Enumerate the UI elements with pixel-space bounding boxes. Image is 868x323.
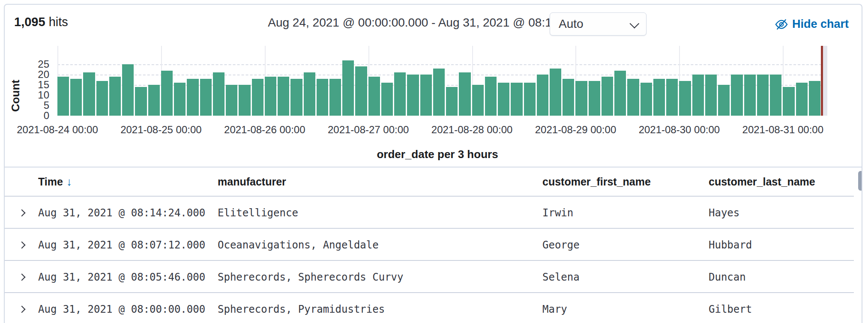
- current-time-marker: [821, 46, 823, 116]
- histogram-bar[interactable]: [70, 79, 82, 116]
- histogram-bar[interactable]: [485, 77, 497, 116]
- histogram-bar[interactable]: [653, 79, 665, 116]
- table-row: Aug 31, 2021 @ 08:00:00.000Spherecords, …: [5, 292, 854, 323]
- histogram-bar[interactable]: [57, 77, 69, 116]
- y-axis-title: Count: [7, 66, 24, 126]
- histogram-bar[interactable]: [627, 79, 639, 116]
- histogram-bar[interactable]: [161, 71, 173, 116]
- histogram-bar[interactable]: [420, 75, 432, 116]
- histogram-bar[interactable]: [83, 72, 95, 116]
- histogram-bar[interactable]: [226, 85, 237, 116]
- histogram-bar[interactable]: [96, 81, 108, 116]
- hide-chart-button[interactable]: Hide chart: [775, 18, 849, 31]
- cell-customer-first-name: Irwin: [542, 207, 573, 219]
- histogram-bar[interactable]: [575, 81, 587, 116]
- histogram-chart[interactable]: Count order_date per 3 hours 05101520252…: [5, 40, 862, 167]
- histogram-bar[interactable]: [589, 81, 600, 116]
- column-header-manufacturer[interactable]: manufacturer: [218, 176, 286, 188]
- histogram-bar[interactable]: [666, 79, 678, 116]
- column-header-customer-last-name[interactable]: customer_last_name: [709, 176, 815, 188]
- cell-manufacturer: Elitelligence: [218, 207, 298, 219]
- histogram-bar[interactable]: [472, 85, 484, 116]
- histogram-bar[interactable]: [511, 83, 522, 116]
- histogram-bar[interactable]: [290, 79, 302, 116]
- x-axis-tick-label: 2021-08-30 00:00: [639, 124, 720, 136]
- gridline-horizontal: [57, 64, 822, 65]
- cell-time: Aug 31, 2021 @ 08:05:46.000: [38, 271, 205, 283]
- histogram-bar[interactable]: [109, 77, 121, 116]
- histogram-bar[interactable]: [679, 81, 691, 116]
- histogram-bar[interactable]: [239, 85, 250, 116]
- histogram-bar[interactable]: [692, 75, 704, 116]
- expand-row-button[interactable]: [18, 208, 27, 218]
- out-of-range-band: [823, 46, 827, 116]
- histogram-bar[interactable]: [407, 75, 419, 116]
- histogram-bar[interactable]: [342, 60, 354, 116]
- vertical-scrollbar[interactable]: [858, 171, 862, 191]
- histogram-bar[interactable]: [809, 81, 820, 116]
- documents-table: Time↓ manufacturer customer_first_name c…: [5, 167, 862, 323]
- expand-row-button[interactable]: [18, 240, 27, 250]
- histogram-bar[interactable]: [744, 75, 756, 116]
- histogram-bar[interactable]: [252, 79, 263, 116]
- column-header-time[interactable]: Time↓: [38, 175, 72, 188]
- chevron-down-icon: [630, 19, 640, 29]
- histogram-bar[interactable]: [278, 77, 289, 116]
- histogram-bar[interactable]: [757, 75, 769, 116]
- cell-customer-last-name: Hayes: [709, 207, 739, 219]
- histogram-bar[interactable]: [641, 83, 652, 116]
- histogram-bar[interactable]: [135, 87, 147, 116]
- histogram-bar[interactable]: [329, 79, 341, 116]
- histogram-bar[interactable]: [368, 77, 380, 116]
- histogram-bar[interactable]: [187, 79, 198, 116]
- x-axis-tick-label: 2021-08-29 00:00: [535, 124, 617, 136]
- expand-row-button[interactable]: [18, 305, 27, 314]
- chevron-right-icon: [18, 241, 26, 248]
- histogram-bar[interactable]: [498, 83, 509, 116]
- histogram-bar[interactable]: [433, 69, 445, 116]
- x-axis-tick-label: 2021-08-27 00:00: [328, 124, 409, 136]
- histogram-bar[interactable]: [200, 79, 212, 116]
- histogram-bar[interactable]: [718, 85, 730, 116]
- histogram-bar[interactable]: [770, 75, 781, 116]
- histogram-bar[interactable]: [705, 75, 717, 116]
- histogram-bar[interactable]: [602, 77, 613, 116]
- y-axis-tick-label: 25: [23, 58, 49, 70]
- histogram-bar[interactable]: [317, 79, 328, 116]
- chevron-right-icon: [18, 305, 26, 313]
- chevron-right-icon: [18, 209, 26, 216]
- cell-time: Aug 31, 2021 @ 08:00:00.000: [38, 303, 205, 315]
- interval-selected-value: Auto: [559, 17, 584, 31]
- histogram-bar[interactable]: [355, 66, 367, 116]
- histogram-bar[interactable]: [213, 72, 224, 116]
- cell-customer-last-name: Gilbert: [709, 303, 752, 315]
- histogram-bar[interactable]: [550, 69, 561, 116]
- histogram-bar[interactable]: [459, 72, 470, 116]
- histogram-bar[interactable]: [524, 83, 536, 116]
- y-axis-tick-label: 5: [23, 99, 49, 111]
- expand-row-button[interactable]: [18, 272, 27, 282]
- interval-select[interactable]: Auto: [550, 12, 647, 36]
- cell-time: Aug 31, 2021 @ 08:14:24.000: [38, 207, 205, 219]
- histogram-bar[interactable]: [381, 83, 393, 116]
- x-axis-tick-label: 2021-08-25 00:00: [120, 124, 202, 136]
- column-header-customer-first-name[interactable]: customer_first_name: [542, 176, 651, 188]
- histogram-bar[interactable]: [394, 72, 406, 116]
- histogram-bar[interactable]: [265, 77, 276, 116]
- histogram-bar[interactable]: [614, 71, 626, 116]
- cell-customer-first-name: Mary: [542, 303, 567, 315]
- histogram-bar[interactable]: [122, 64, 134, 116]
- histogram-bar[interactable]: [537, 75, 548, 116]
- histogram-bar[interactable]: [304, 72, 315, 116]
- histogram-bar[interactable]: [783, 87, 794, 116]
- histogram-bar[interactable]: [796, 83, 808, 116]
- histogram-bar[interactable]: [563, 79, 574, 116]
- histogram-bar[interactable]: [731, 75, 742, 116]
- hide-chart-label: Hide chart: [792, 18, 849, 31]
- histogram-bar[interactable]: [148, 85, 160, 116]
- sort-desc-icon[interactable]: ↓: [66, 175, 72, 188]
- y-axis-tick-label: 10: [23, 89, 49, 101]
- histogram-bar[interactable]: [174, 83, 186, 116]
- cell-customer-first-name: George: [542, 239, 580, 251]
- histogram-bar[interactable]: [446, 87, 458, 116]
